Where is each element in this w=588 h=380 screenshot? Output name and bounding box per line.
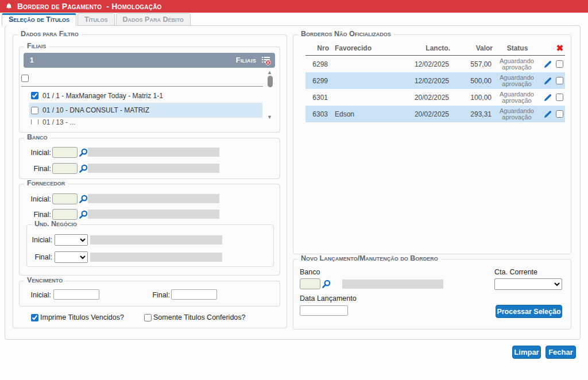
fechar-button[interactable]: Fechar	[546, 346, 576, 359]
fornecedor-inicial-label: Inicial:	[25, 195, 51, 203]
page-title: Bordero de Pagamento - Homologação	[17, 2, 162, 11]
imprime-titulos-vencidos-label: Imprime Titulos Vencidos?	[40, 313, 124, 321]
cta-corrente-label: Cta. Corrente	[494, 268, 537, 276]
list-item-filial[interactable]: 01 / 1 - MaxManager Today - Matriz 1-1	[29, 90, 262, 102]
novo-banco-description-field	[342, 280, 443, 289]
vencimento-legend: Vencimento	[24, 276, 65, 285]
tab-content-panel: Dados para Filtro Filiais 1 Filiais	[5, 25, 581, 340]
filiais-legend: Filiais	[24, 42, 49, 51]
list-item-filial[interactable]: 01 / 10 - DNA CONSULT - MATRIZ	[29, 103, 262, 118]
imprime-titulos-vencidos-checkbox[interactable]	[31, 314, 38, 321]
bell-icon	[5, 2, 13, 10]
data-lancamento-label: Data Lançamento	[300, 294, 357, 303]
list-item-filial[interactable]: 01 / 13 - ...	[29, 119, 262, 125]
limpar-button[interactable]: Limpar	[512, 346, 541, 359]
tab-titulos[interactable]: Títulos	[78, 13, 115, 26]
vencimento-fieldset: Vencimento Inicial: Final:	[19, 281, 280, 307]
somente-titulos-conferidos-checkbox[interactable]	[144, 314, 152, 321]
fornecedor-inicial-search-icon[interactable]	[79, 194, 88, 204]
und-inicial-select[interactable]	[55, 234, 88, 246]
banco-final-search-icon[interactable]	[79, 164, 88, 173]
table-row[interactable]: 6298 12/02/2025 557,00 Aguardando aprova…	[305, 56, 565, 72]
banco-inicial-input[interactable]	[52, 147, 78, 158]
data-lancamento-input[interactable]	[300, 305, 348, 316]
vencimento-final-label: Final:	[149, 291, 170, 299]
col-header-valor: Valor	[450, 44, 493, 55]
window-titlebar: Bordero de Pagamento - Homologação	[0, 0, 588, 13]
filial-checkbox[interactable]	[31, 119, 38, 125]
banco-final-input[interactable]	[52, 163, 78, 174]
table-row[interactable]: 6301 20/02/2025 100,00 Aguardando aprova…	[305, 89, 565, 106]
table-row[interactable]: 6299 12/02/2025 500,00 Aguardando aprova…	[305, 72, 565, 89]
tab-selecao-de-titulos[interactable]: Seleção de Títulos	[2, 13, 76, 26]
table-header-row: Nro Favorecido Lancto. Valor Status ✖	[305, 44, 565, 56]
vencimento-inicial-input[interactable]	[53, 289, 99, 300]
dados-para-filtro-legend: Dados para Filtro	[18, 30, 82, 38]
somente-titulos-conferidos-option[interactable]: Somente Titulos Conferidos?	[144, 313, 246, 321]
filiais-grid-header: 1 Filiais	[24, 53, 275, 68]
row-select-checkbox[interactable]	[556, 60, 563, 68]
cell-favorecido	[331, 72, 402, 89]
processar-selecao-button[interactable]: Processar Seleção	[496, 305, 562, 318]
banco-final-description-field	[88, 164, 219, 173]
scroll-down-icon[interactable]: ▼	[267, 115, 272, 120]
delete-all-icon[interactable]: ✖	[556, 44, 564, 52]
filial-checkbox[interactable]	[31, 92, 38, 99]
vencimento-inicial-label: Inicial:	[25, 291, 51, 299]
row-select-checkbox[interactable]	[556, 77, 563, 84]
col-header-status: Status	[493, 44, 542, 55]
cell-status: Aguardando aprovação	[493, 106, 542, 122]
filiais-count: 1	[30, 56, 34, 64]
und-final-description-field	[90, 253, 222, 262]
filial-label: 01 / 13 - ...	[42, 119, 75, 125]
und-negocio-fieldset: Und. Negócio Inicial: Final:	[26, 224, 274, 267]
cell-lancto: 20/02/2025	[402, 106, 450, 122]
cell-favorecido	[331, 56, 402, 72]
tab-strip: Seleção de Títulos Títulos Dados Para Dé…	[2, 13, 191, 26]
somente-titulos-conferidos-label: Somente Titulos Conferidos?	[153, 313, 246, 321]
cell-favorecido: Edson	[331, 106, 402, 122]
fornecedor-final-search-icon[interactable]	[79, 210, 88, 219]
dados-para-filtro-fieldset: Dados para Filtro Filiais 1 Filiais	[13, 34, 287, 328]
scroll-up-icon[interactable]: ▲	[267, 70, 272, 75]
filiais-header-title: Filiais	[236, 56, 256, 64]
bordero-window: Bordero de Pagamento - Homologação Seleç…	[0, 0, 588, 380]
row-select-checkbox[interactable]	[556, 94, 563, 101]
novo-banco-input[interactable]	[300, 278, 320, 289]
row-select-checkbox[interactable]	[556, 110, 563, 118]
edit-pencil-icon[interactable]	[543, 110, 552, 119]
cell-status: Aguardando aprovação	[493, 89, 542, 106]
cell-valor: 100,00	[450, 89, 493, 106]
cta-corrente-select[interactable]	[494, 278, 562, 290]
clear-selection-icon[interactable]	[261, 55, 271, 65]
scrollbar-thumb[interactable]	[268, 76, 273, 87]
imprime-titulos-vencidos-option[interactable]: Imprime Titulos Vencidos?	[31, 313, 124, 321]
filiais-list: 01 / 1 - MaxManager Today - Matriz 1-1 0…	[20, 69, 280, 131]
banco-inicial-search-icon[interactable]	[79, 148, 88, 157]
edit-pencil-icon[interactable]	[543, 93, 552, 102]
table-row[interactable]: 6303 Edson 20/02/2025 293,31 Aguardando …	[305, 106, 565, 122]
novo-lancamento-legend: Novo Lançamento/Manutenção do Bordero	[298, 254, 441, 263]
banco-inicial-description-field	[88, 148, 219, 157]
borderos-table: Nro Favorecido Lancto. Valor Status ✖ 62…	[305, 44, 565, 122]
filial-checkbox[interactable]	[31, 107, 38, 114]
fornecedor-inicial-input[interactable]	[52, 193, 78, 204]
cell-lancto: 12/02/2025	[402, 72, 450, 89]
und-negocio-legend: Und. Negócio	[32, 220, 80, 228]
cell-status: Aguardando aprovação	[493, 56, 542, 72]
banco-final-label: Final:	[25, 165, 51, 173]
fornecedor-inicial-description-field	[88, 194, 219, 203]
novo-banco-search-icon[interactable]	[322, 279, 331, 289]
und-inicial-label: Inicial:	[27, 236, 52, 244]
filiais-filter-underline	[21, 86, 263, 87]
filiais-select-all-checkbox[interactable]	[21, 75, 29, 82]
cell-status: Aguardando aprovação	[493, 72, 542, 89]
und-final-select[interactable]	[55, 251, 88, 263]
edit-pencil-icon[interactable]	[543, 76, 552, 86]
cell-favorecido	[331, 89, 402, 106]
tab-dados-para-debito[interactable]: Dados Para Débito	[116, 13, 191, 26]
vencimento-final-input[interactable]	[171, 289, 217, 300]
edit-pencil-icon[interactable]	[543, 60, 552, 69]
fornecedor-final-input[interactable]	[52, 209, 78, 220]
cell-nro: 6299	[305, 72, 331, 89]
